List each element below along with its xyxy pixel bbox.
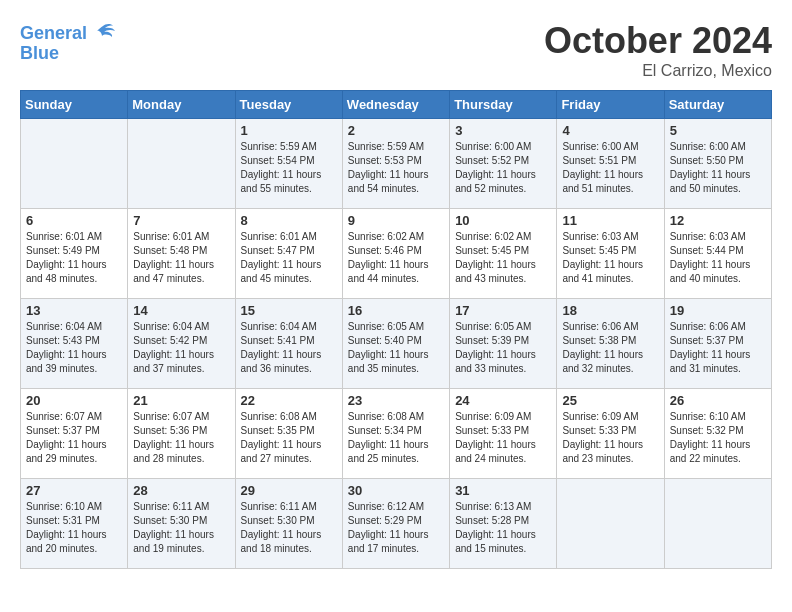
day-number: 3 — [455, 123, 551, 138]
day-cell: 6Sunrise: 6:01 AM Sunset: 5:49 PM Daylig… — [21, 209, 128, 299]
week-row-4: 20Sunrise: 6:07 AM Sunset: 5:37 PM Dayli… — [21, 389, 772, 479]
day-cell: 23Sunrise: 6:08 AM Sunset: 5:34 PM Dayli… — [342, 389, 449, 479]
day-number: 27 — [26, 483, 122, 498]
day-info: Sunrise: 6:11 AM Sunset: 5:30 PM Dayligh… — [133, 500, 229, 556]
logo: General Blue — [20, 20, 117, 64]
day-header-sunday: Sunday — [21, 91, 128, 119]
day-number: 5 — [670, 123, 766, 138]
day-cell — [128, 119, 235, 209]
day-number: 13 — [26, 303, 122, 318]
day-number: 12 — [670, 213, 766, 228]
day-info: Sunrise: 6:03 AM Sunset: 5:45 PM Dayligh… — [562, 230, 658, 286]
day-number: 1 — [241, 123, 337, 138]
week-row-2: 6Sunrise: 6:01 AM Sunset: 5:49 PM Daylig… — [21, 209, 772, 299]
day-cell: 31Sunrise: 6:13 AM Sunset: 5:28 PM Dayli… — [450, 479, 557, 569]
day-info: Sunrise: 6:01 AM Sunset: 5:48 PM Dayligh… — [133, 230, 229, 286]
day-header-tuesday: Tuesday — [235, 91, 342, 119]
day-cell: 21Sunrise: 6:07 AM Sunset: 5:36 PM Dayli… — [128, 389, 235, 479]
day-cell: 16Sunrise: 6:05 AM Sunset: 5:40 PM Dayli… — [342, 299, 449, 389]
day-cell: 20Sunrise: 6:07 AM Sunset: 5:37 PM Dayli… — [21, 389, 128, 479]
day-cell: 29Sunrise: 6:11 AM Sunset: 5:30 PM Dayli… — [235, 479, 342, 569]
day-info: Sunrise: 6:00 AM Sunset: 5:51 PM Dayligh… — [562, 140, 658, 196]
day-cell: 5Sunrise: 6:00 AM Sunset: 5:50 PM Daylig… — [664, 119, 771, 209]
day-number: 16 — [348, 303, 444, 318]
day-info: Sunrise: 6:07 AM Sunset: 5:36 PM Dayligh… — [133, 410, 229, 466]
day-cell: 3Sunrise: 6:00 AM Sunset: 5:52 PM Daylig… — [450, 119, 557, 209]
day-number: 20 — [26, 393, 122, 408]
day-number: 29 — [241, 483, 337, 498]
day-cell: 25Sunrise: 6:09 AM Sunset: 5:33 PM Dayli… — [557, 389, 664, 479]
day-number: 14 — [133, 303, 229, 318]
logo-text: General — [20, 24, 87, 44]
day-cell: 9Sunrise: 6:02 AM Sunset: 5:46 PM Daylig… — [342, 209, 449, 299]
day-cell: 10Sunrise: 6:02 AM Sunset: 5:45 PM Dayli… — [450, 209, 557, 299]
day-info: Sunrise: 6:08 AM Sunset: 5:35 PM Dayligh… — [241, 410, 337, 466]
day-info: Sunrise: 6:06 AM Sunset: 5:37 PM Dayligh… — [670, 320, 766, 376]
day-cell: 26Sunrise: 6:10 AM Sunset: 5:32 PM Dayli… — [664, 389, 771, 479]
calendar-subtitle: El Carrizo, Mexico — [544, 62, 772, 80]
day-cell: 7Sunrise: 6:01 AM Sunset: 5:48 PM Daylig… — [128, 209, 235, 299]
day-cell: 15Sunrise: 6:04 AM Sunset: 5:41 PM Dayli… — [235, 299, 342, 389]
day-info: Sunrise: 5:59 AM Sunset: 5:53 PM Dayligh… — [348, 140, 444, 196]
day-info: Sunrise: 6:03 AM Sunset: 5:44 PM Dayligh… — [670, 230, 766, 286]
day-header-wednesday: Wednesday — [342, 91, 449, 119]
day-info: Sunrise: 6:06 AM Sunset: 5:38 PM Dayligh… — [562, 320, 658, 376]
day-cell: 28Sunrise: 6:11 AM Sunset: 5:30 PM Dayli… — [128, 479, 235, 569]
day-info: Sunrise: 6:10 AM Sunset: 5:31 PM Dayligh… — [26, 500, 122, 556]
day-number: 7 — [133, 213, 229, 228]
day-number: 11 — [562, 213, 658, 228]
day-info: Sunrise: 6:01 AM Sunset: 5:49 PM Dayligh… — [26, 230, 122, 286]
day-info: Sunrise: 6:05 AM Sunset: 5:39 PM Dayligh… — [455, 320, 551, 376]
day-info: Sunrise: 6:04 AM Sunset: 5:41 PM Dayligh… — [241, 320, 337, 376]
week-row-5: 27Sunrise: 6:10 AM Sunset: 5:31 PM Dayli… — [21, 479, 772, 569]
day-cell: 12Sunrise: 6:03 AM Sunset: 5:44 PM Dayli… — [664, 209, 771, 299]
day-number: 19 — [670, 303, 766, 318]
day-number: 4 — [562, 123, 658, 138]
day-cell: 24Sunrise: 6:09 AM Sunset: 5:33 PM Dayli… — [450, 389, 557, 479]
day-cell — [664, 479, 771, 569]
day-header-friday: Friday — [557, 91, 664, 119]
day-info: Sunrise: 6:02 AM Sunset: 5:46 PM Dayligh… — [348, 230, 444, 286]
day-info: Sunrise: 6:13 AM Sunset: 5:28 PM Dayligh… — [455, 500, 551, 556]
day-number: 28 — [133, 483, 229, 498]
day-cell: 17Sunrise: 6:05 AM Sunset: 5:39 PM Dayli… — [450, 299, 557, 389]
logo-text2: Blue — [20, 44, 59, 64]
day-info: Sunrise: 6:11 AM Sunset: 5:30 PM Dayligh… — [241, 500, 337, 556]
title-block: October 2024 El Carrizo, Mexico — [544, 20, 772, 80]
day-info: Sunrise: 6:00 AM Sunset: 5:52 PM Dayligh… — [455, 140, 551, 196]
day-cell: 1Sunrise: 5:59 AM Sunset: 5:54 PM Daylig… — [235, 119, 342, 209]
day-info: Sunrise: 6:09 AM Sunset: 5:33 PM Dayligh… — [455, 410, 551, 466]
day-cell: 14Sunrise: 6:04 AM Sunset: 5:42 PM Dayli… — [128, 299, 235, 389]
day-info: Sunrise: 6:12 AM Sunset: 5:29 PM Dayligh… — [348, 500, 444, 556]
day-cell: 8Sunrise: 6:01 AM Sunset: 5:47 PM Daylig… — [235, 209, 342, 299]
logo-bird-icon — [89, 20, 117, 48]
day-cell: 2Sunrise: 5:59 AM Sunset: 5:53 PM Daylig… — [342, 119, 449, 209]
day-cell: 19Sunrise: 6:06 AM Sunset: 5:37 PM Dayli… — [664, 299, 771, 389]
day-header-thursday: Thursday — [450, 91, 557, 119]
day-number: 15 — [241, 303, 337, 318]
day-header-saturday: Saturday — [664, 91, 771, 119]
day-number: 26 — [670, 393, 766, 408]
day-number: 9 — [348, 213, 444, 228]
day-info: Sunrise: 6:01 AM Sunset: 5:47 PM Dayligh… — [241, 230, 337, 286]
header-row: SundayMondayTuesdayWednesdayThursdayFrid… — [21, 91, 772, 119]
day-number: 10 — [455, 213, 551, 228]
day-info: Sunrise: 6:00 AM Sunset: 5:50 PM Dayligh… — [670, 140, 766, 196]
day-number: 25 — [562, 393, 658, 408]
day-number: 22 — [241, 393, 337, 408]
calendar-title: October 2024 — [544, 20, 772, 62]
day-header-monday: Monday — [128, 91, 235, 119]
day-info: Sunrise: 6:08 AM Sunset: 5:34 PM Dayligh… — [348, 410, 444, 466]
day-number: 21 — [133, 393, 229, 408]
day-cell — [21, 119, 128, 209]
day-number: 23 — [348, 393, 444, 408]
day-cell: 27Sunrise: 6:10 AM Sunset: 5:31 PM Dayli… — [21, 479, 128, 569]
day-number: 2 — [348, 123, 444, 138]
day-info: Sunrise: 6:05 AM Sunset: 5:40 PM Dayligh… — [348, 320, 444, 376]
day-cell: 11Sunrise: 6:03 AM Sunset: 5:45 PM Dayli… — [557, 209, 664, 299]
day-number: 31 — [455, 483, 551, 498]
calendar-table: SundayMondayTuesdayWednesdayThursdayFrid… — [20, 90, 772, 569]
page-header: General Blue October 2024 El Carrizo, Me… — [20, 20, 772, 80]
day-info: Sunrise: 5:59 AM Sunset: 5:54 PM Dayligh… — [241, 140, 337, 196]
day-cell — [557, 479, 664, 569]
